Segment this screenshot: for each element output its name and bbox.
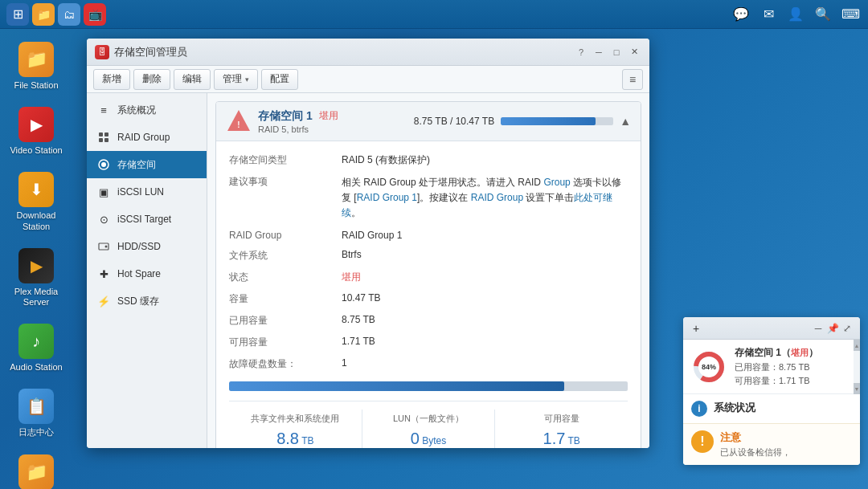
taskbar-icon-file-station[interactable]: 📁	[32, 3, 55, 26]
storage-bar-label: 8.75 TB / 10.47 TB	[414, 116, 494, 127]
delete-button[interactable]: 删除	[133, 69, 170, 90]
progress-bar-inner	[229, 381, 564, 391]
available-value: 1.71 TB	[342, 333, 628, 352]
filesystem-label: 文件系统	[229, 247, 342, 265]
widget-minimize-icon[interactable]: ─	[812, 322, 825, 335]
capacity-label: 容量	[229, 290, 342, 308]
filesystem-value: Btrfs	[342, 247, 628, 265]
storage-bar-outer	[501, 117, 613, 125]
usage-col-lun: LUN（一般文件） 0 Bytes	[362, 410, 496, 448]
config-button[interactable]: 配置	[261, 69, 298, 90]
help-icon[interactable]: ?	[579, 47, 583, 57]
sidebar-app-audio-station[interactable]: ♪ Audio Station	[4, 319, 68, 377]
close-button[interactable]: ✕	[627, 45, 641, 59]
sidebar-app-video-station[interactable]: ▶ Video Station	[4, 102, 68, 161]
storage-card-header[interactable]: ! 存储空间 1 堪用 RAID 5, btrfs	[216, 102, 641, 141]
minimize-button[interactable]: ─	[592, 45, 606, 59]
mini-widget: + ─ 📌 ⤢ 84%	[683, 317, 860, 465]
sidebar-app-mp4[interactable]: 📁 MP4	[4, 450, 68, 490]
overview-label: 系统概况	[117, 104, 156, 117]
taskbar: ⊞ 📁 🗂 📺 💬 ✉ 👤 🔍 ⌨	[0, 0, 868, 29]
content-area: ! 存储空间 1 堪用 RAID 5, btrfs	[207, 93, 649, 448]
taskbar-search-icon[interactable]: 🔍	[812, 3, 834, 26]
usage-col-shared: 共享文件夹和系统使用 8.8 TB	[229, 410, 362, 448]
nav-item-overview[interactable]: ≡ 系统概况	[87, 96, 207, 124]
donut-chart: 84%	[691, 349, 727, 385]
shared-value-wrap: 8.8 TB	[276, 430, 313, 448]
window-controls: ? ─ □ ✕	[579, 45, 641, 59]
nav-item-raid[interactable]: RAID Group	[87, 124, 207, 151]
status-label: 状态	[229, 268, 342, 287]
plex-icon: ▶	[18, 248, 54, 283]
widget-storage-row: 84% 存储空间 1（堪用） 已用容量：8.75 TB 可用容量：1.71 TB	[683, 340, 854, 394]
hot-spare-icon: ✚	[96, 267, 111, 281]
svg-rect-0	[99, 132, 103, 137]
raid-icon	[96, 130, 111, 145]
widget-add-button[interactable]: +	[690, 322, 702, 335]
svg-point-7	[105, 246, 108, 248]
raid-group-link-1[interactable]: Group	[543, 177, 570, 188]
svg-rect-1	[104, 132, 108, 137]
storage-card: ! 存储空间 1 堪用 RAID 5, btrfs	[215, 101, 641, 448]
storage-label: 存储空间	[117, 158, 156, 172]
list-view-icon[interactable]: ≡	[622, 69, 643, 90]
nav-item-storage[interactable]: 存储空间	[87, 151, 207, 178]
main-window: 🗄 存储空间管理员 ? ─ □ ✕ 新增 删除 编辑 管理 ▾ 配置 ≡	[87, 39, 649, 448]
taskbar-icon-video[interactable]: 📺	[84, 3, 106, 26]
widget-storage-info: 存储空间 1（堪用） 已用容量：8.75 TB 可用容量：1.71 TB	[735, 346, 818, 387]
storage-details: 存储空间类型 RAID 5 (有数据保护) 建议事项 相关 RAID Group…	[216, 141, 641, 448]
storage-bar-inner	[501, 117, 596, 125]
manage-button[interactable]: 管理 ▾	[214, 69, 258, 90]
mp4-icon: 📁	[18, 454, 54, 490]
maximize-button[interactable]: □	[609, 45, 624, 59]
taskbar-chat-icon[interactable]: 💬	[730, 3, 752, 26]
iscsi-lun-label: iSCSI LUN	[117, 186, 164, 198]
avail-value: 1.7	[543, 430, 566, 447]
scroll-down-button[interactable]: ▼	[854, 383, 860, 394]
nav-item-hdd-ssd[interactable]: HDD/SSD	[87, 233, 207, 260]
taskbar-user-icon[interactable]: 👤	[784, 3, 807, 26]
taskbar-icon-explorer[interactable]: 🗂	[58, 3, 80, 26]
file-station-label: File Station	[14, 80, 58, 91]
taskbar-message-icon[interactable]: ✉	[757, 3, 780, 26]
collapse-button[interactable]: ▲	[620, 115, 631, 128]
sidebar-app-riji[interactable]: 📋 日志中心	[4, 384, 68, 442]
file-station-icon: 📁	[18, 42, 54, 77]
sidebar-app-download-station[interactable]: ⬇ Download Station	[4, 167, 68, 236]
shared-unit: TB	[301, 435, 313, 446]
audio-station-label: Audio Station	[10, 362, 62, 373]
donut-percent: 84%	[702, 363, 716, 371]
plex-label: Plex Media Server	[7, 287, 65, 308]
widget-status: 堪用	[791, 348, 809, 357]
hot-spare-label: Hot Spare	[117, 268, 161, 279]
download-station-icon: ⬇	[18, 172, 54, 207]
nav-item-iscsi-target[interactable]: ⊙ iSCSI Target	[87, 206, 207, 233]
nav-item-ssd-cache[interactable]: ⚡ SSD 缓存	[87, 287, 207, 315]
titlebar-left: 🗄 存储空间管理员	[95, 45, 187, 59]
fault-value: 1	[342, 355, 628, 373]
storage-title-row: 存储空间 1 堪用	[258, 109, 338, 124]
nav-item-hot-spare[interactable]: ✚ Hot Spare	[87, 260, 207, 287]
taskbar-icon-grid[interactable]: ⊞	[6, 3, 29, 26]
window-toolbar: 新增 删除 编辑 管理 ▾ 配置 ≡	[87, 66, 649, 93]
nav-item-iscsi-lun[interactable]: ▣ iSCSI LUN	[87, 178, 207, 206]
scroll-up-button[interactable]: ▲	[854, 340, 860, 351]
suggestion-label: 建议事项	[229, 173, 342, 224]
ssd-cache-label: SSD 缓存	[117, 295, 159, 308]
window-body: ≡ 系统概况 RAID Group	[87, 93, 649, 448]
new-button[interactable]: 新增	[93, 69, 130, 90]
sidebar-app-file-station[interactable]: 📁 File Station	[4, 37, 68, 96]
widget-expand-icon[interactable]: ⤢	[841, 322, 854, 335]
svg-point-5	[101, 162, 106, 167]
sidebar-app-plex[interactable]: ▶ Plex Media Server	[4, 243, 68, 312]
riji-icon: 📋	[18, 389, 54, 424]
edit-button[interactable]: 编辑	[174, 69, 211, 90]
taskbar-keyboard-icon[interactable]: ⌨	[839, 3, 862, 26]
raid-label: RAID Group	[117, 132, 170, 143]
storage-subtitle: RAID 5, btrfs	[258, 124, 338, 134]
status-value: 堪用	[342, 268, 628, 287]
widget-pin-icon[interactable]: 📌	[826, 322, 839, 335]
raid-group-link-2[interactable]: RAID Group 1	[357, 192, 417, 203]
raid-group-link-3[interactable]: RAID Group	[471, 192, 523, 203]
system-status-title: 系统状况	[714, 401, 755, 415]
